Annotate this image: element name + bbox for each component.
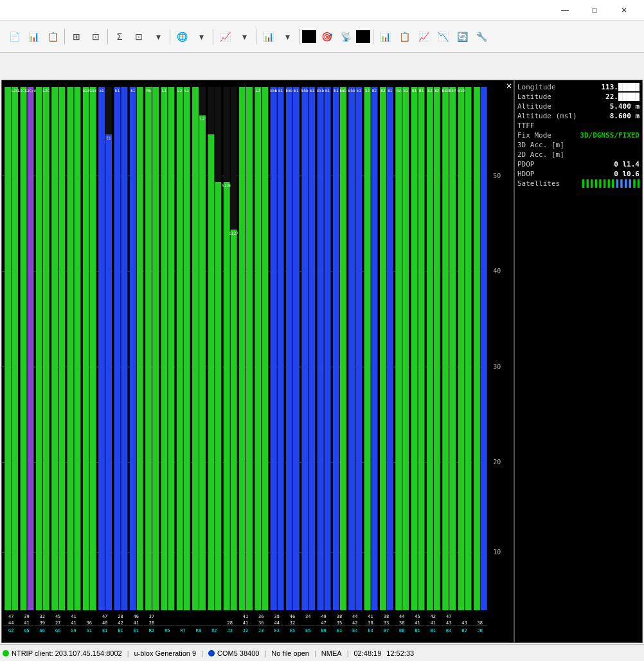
svg-text:L2: L2 [256, 88, 261, 93]
svg-text:R2: R2 [149, 628, 154, 633]
svg-rect-148 [402, 87, 409, 610]
toolbar-dropdown1[interactable]: ▾ [149, 28, 167, 46]
svg-text:B2: B2 [434, 88, 440, 93]
svg-text:36: 36 [87, 620, 92, 626]
toolbar-dropdown3[interactable]: ▾ [235, 28, 253, 46]
toolbar-grid2[interactable]: ⊡ [87, 28, 105, 46]
hdop-value: 0 l0.6 [614, 170, 640, 178]
svg-rect-22 [36, 87, 42, 610]
date-status: 12:52:33 [386, 649, 414, 657]
svg-text:28: 28 [149, 620, 154, 626]
svg-text:B1: B1 [415, 628, 420, 633]
svg-rect-157 [427, 87, 433, 610]
toolbar-bar2[interactable]: 📊 [376, 28, 394, 46]
svg-text:L2C: L2C [42, 88, 49, 93]
svg-rect-11 [4, 87, 11, 610]
toolbar-separator-1 [64, 29, 65, 44]
svg-rect-136 [371, 87, 378, 610]
chart-close-button[interactable]: ✕ [506, 82, 512, 91]
satellites-indicators: ▐▐▐▐▐▐▐▐▐▐▐▐▐▐ [580, 179, 640, 188]
status-bar: NTRIP client: 203.107.45.154:8002 | u-bl… [0, 644, 644, 661]
svg-text:41: 41 [431, 620, 436, 626]
svg-rect-95 [262, 87, 268, 610]
svg-rect-31 [67, 87, 74, 610]
toolbar-save[interactable]: 📊 [24, 28, 42, 46]
toolbar-grid[interactable]: ⊞ [67, 28, 85, 46]
svg-text:38: 38 [384, 614, 389, 619]
svg-text:B1: B1 [388, 88, 393, 93]
maximize-button[interactable]: □ [580, 0, 609, 21]
toolbar-satellite[interactable]: 📡 [337, 28, 355, 46]
svg-rect-106 [293, 87, 300, 610]
svg-rect-55 [137, 87, 143, 610]
svg-text:36: 36 [258, 614, 264, 619]
close-button[interactable]: ✕ [609, 0, 639, 21]
svg-text:E5b: E5b [348, 88, 355, 93]
svg-rect-174 [474, 87, 480, 610]
toolbar-chart[interactable]: 📈 [216, 28, 234, 46]
time-status: 02:48:19 [354, 649, 382, 657]
svg-text:S2: S2 [365, 88, 370, 93]
toolbar-dropdown2[interactable]: ▾ [192, 28, 210, 46]
svg-text:E1: E1 [106, 136, 111, 140]
svg-rect-57 [145, 87, 152, 610]
toolbar-map[interactable]: 🌐 [173, 28, 191, 46]
minimize-button[interactable]: — [550, 0, 580, 21]
svg-text:B2: B2 [372, 88, 377, 93]
toolbar-sigma[interactable]: Σ [111, 28, 129, 46]
svg-text:E3: E3 [368, 628, 373, 633]
toolbar-win[interactable]: ⊡ [130, 28, 148, 46]
toolbar-bar4[interactable]: 📈 [415, 28, 433, 46]
svg-text:G2: G2 [8, 628, 13, 633]
toolbar-dropdown4[interactable]: ▾ [278, 28, 296, 46]
svg-text:G13: G13 [89, 88, 96, 93]
toolbar-black1[interactable] [302, 30, 316, 43]
svg-text:J3: J3 [258, 628, 264, 633]
toolbar-bar3[interactable]: 📋 [395, 28, 413, 46]
chart-panel: ✕ 10 20 30 40 50 L2CL1C/AL1C/AL2CG13G13E… [1, 80, 514, 643]
svg-text:44: 44 [8, 620, 13, 626]
altitude-msl-value: 8.600 m [610, 112, 640, 120]
toolbar-print[interactable]: 📋 [44, 28, 62, 46]
svg-text:R8: R8 [196, 628, 201, 633]
toolbar-target[interactable]: 🎯 [318, 28, 335, 46]
latitude-label: Latitude [517, 93, 551, 101]
svg-rect-75 [199, 115, 206, 610]
toolbar-open[interactable]: 📄 [5, 28, 23, 46]
altitude-value: 5.400 m [610, 102, 640, 111]
svg-text:46: 46 [290, 614, 295, 619]
svg-text:E9: E9 [321, 628, 326, 633]
svg-text:R2: R2 [211, 628, 217, 633]
svg-text:E1: E1 [278, 88, 283, 93]
svg-text:46: 46 [134, 614, 139, 619]
date-label: 12:52:33 [386, 649, 414, 657]
svg-text:43: 43 [446, 620, 451, 626]
satellites-row: Satellites ▐▐▐▐▐▐▐▐▐▐▐▐▐▐ [517, 179, 640, 188]
svg-text:39: 39 [40, 620, 45, 626]
svg-rect-121 [333, 87, 339, 610]
svg-rect-176 [481, 87, 487, 610]
svg-text:10: 10 [493, 548, 501, 556]
svg-text:E5b: E5b [317, 88, 324, 93]
toolbar-separator-6 [299, 29, 300, 44]
toolbar-refresh[interactable]: 🔄 [453, 28, 471, 46]
svg-rect-145 [395, 87, 402, 610]
svg-text:E5: E5 [290, 628, 295, 633]
svg-text:L1: L1 [162, 88, 167, 93]
toolbar-bar5[interactable]: 📉 [434, 28, 452, 46]
pdop-value: 0 l1.4 [614, 160, 640, 168]
toolbar-bar1[interactable]: 📊 [259, 28, 277, 46]
svg-rect-38 [90, 87, 96, 610]
svg-text:34: 34 [305, 614, 310, 619]
longitude-value: 113.█████ [601, 83, 640, 91]
toolbar-settings[interactable]: 🔧 [472, 28, 490, 46]
svg-text:28: 28 [118, 614, 123, 619]
svg-text:G9: G9 [71, 628, 76, 633]
svg-text:J2: J2 [227, 628, 232, 633]
svg-text:J2: J2 [243, 628, 248, 633]
svg-text:JB: JB [478, 628, 483, 633]
svg-rect-47 [114, 87, 120, 610]
toolbar-black2[interactable] [356, 30, 370, 43]
svg-text:E1: E1 [100, 88, 105, 93]
svg-text:41: 41 [368, 614, 373, 619]
